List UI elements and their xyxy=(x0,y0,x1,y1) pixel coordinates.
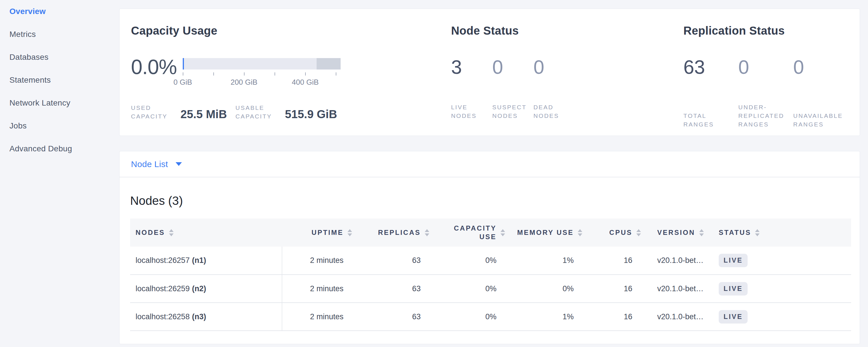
sort-icon[interactable] xyxy=(755,229,760,236)
capacity-usage-section: Capacity Usage 0.0% 0 GiB200 GiB400 GiB … xyxy=(120,9,446,135)
sort-down-icon xyxy=(500,233,505,236)
axis-tick xyxy=(305,72,306,75)
column-header-label: UPTIME xyxy=(311,228,343,237)
sort-up-icon xyxy=(169,229,174,232)
capacity-stat-value: 515.9 GiB xyxy=(285,108,337,120)
stat-value-under-replicated-ranges: 0 xyxy=(739,57,793,77)
node-list-dropdown[interactable]: Node List xyxy=(120,151,860,177)
stat-label-total-ranges: TOTAL RANGES xyxy=(684,112,739,129)
sort-up-icon xyxy=(637,229,641,232)
cell-version: v20.1.0-bet… xyxy=(647,247,710,275)
axis-tick xyxy=(213,72,214,75)
axis-tick xyxy=(275,72,275,75)
cell-version: v20.1.0-bet… xyxy=(647,303,710,331)
capacity-stat: USED CAPACITY25.5 MiB xyxy=(131,103,227,121)
stat-value-total-ranges: 63 xyxy=(684,57,739,77)
status-badge: LIVE xyxy=(719,310,748,323)
cell-cpus: 16 xyxy=(588,275,647,303)
cell-uptime: 2 minutes xyxy=(282,303,358,331)
sort-down-icon xyxy=(347,233,352,236)
stat-value-live-nodes: 3 xyxy=(451,57,492,77)
chevron-down-icon[interactable] xyxy=(176,162,182,166)
sidebar-item-network-latency[interactable]: Network Latency xyxy=(9,98,119,108)
column-header-label: NODES xyxy=(135,228,165,237)
sort-down-icon xyxy=(425,233,429,236)
cluster-summary-card: Capacity Usage 0.0% 0 GiB200 GiB400 GiB … xyxy=(119,8,860,136)
sidebar-item-statements[interactable]: Statements xyxy=(9,75,119,85)
node-address-link[interactable]: localhost:26259 xyxy=(135,284,190,293)
column-header-memory-use[interactable]: MEMORY USE xyxy=(511,219,588,247)
sort-icon[interactable] xyxy=(425,229,429,236)
stat-label-col: LIVE NODES xyxy=(451,103,492,120)
node-address-link[interactable]: localhost:26257 xyxy=(135,256,190,264)
node-id: (n2) xyxy=(192,284,206,293)
sort-up-icon xyxy=(347,229,352,232)
sort-down-icon xyxy=(699,233,704,236)
column-header-replicas[interactable]: REPLICAS xyxy=(358,219,435,247)
column-header-cpus[interactable]: CPUS xyxy=(588,219,647,247)
cell-nodes: localhost:26259(n2) xyxy=(130,275,282,303)
stat-label-live-nodes: LIVE NODES xyxy=(451,103,492,120)
sort-icon[interactable] xyxy=(699,229,704,236)
sidebar-item-advanced-debug[interactable]: Advanced Debug xyxy=(9,144,119,154)
stat-label-col: SUSPECT NODES xyxy=(492,103,533,120)
cell-cpus: 16 xyxy=(588,247,647,275)
column-header-uptime[interactable]: UPTIME xyxy=(282,219,358,247)
column-header-nodes[interactable]: NODES xyxy=(130,219,282,247)
stat-label-col: UNDER-REPLICATED RANGES xyxy=(739,103,793,129)
stat-label-dead-nodes: DEAD NODES xyxy=(533,103,575,120)
column-header-version[interactable]: VERSION xyxy=(647,219,710,247)
capacity-stat: USABLE CAPACITY515.9 GiB xyxy=(236,103,337,121)
sidebar-item-overview[interactable]: Overview xyxy=(9,7,119,16)
cell-uptime: 2 minutes xyxy=(282,275,358,303)
table-row[interactable]: localhost:26259(n2)2 minutes630%0%16v20.… xyxy=(130,275,851,303)
node-id: (n1) xyxy=(192,256,206,264)
axis-tick xyxy=(336,72,336,75)
sort-icon[interactable] xyxy=(578,229,582,236)
cell-replicas: 63 xyxy=(358,247,435,275)
cell-status: LIVE xyxy=(710,247,851,275)
stat-label-unavailable-ranges: UNAVAILABLE RANGES xyxy=(793,112,848,129)
sort-icon[interactable] xyxy=(169,229,174,236)
sort-icon[interactable] xyxy=(347,229,352,236)
column-header-capacity-use[interactable]: CAPACITY USE xyxy=(435,219,511,247)
stat-label-col: UNAVAILABLE RANGES xyxy=(793,112,848,129)
axis-tick-label: 200 GiB xyxy=(230,78,257,87)
axis-tick-label: 400 GiB xyxy=(292,78,319,87)
cell-memory-use: 1% xyxy=(511,247,588,275)
table-row[interactable]: localhost:26258(n3)2 minutes630%1%16v20.… xyxy=(130,303,851,331)
cell-nodes: localhost:26258(n3) xyxy=(130,303,282,331)
cell-memory-use: 1% xyxy=(511,303,588,331)
cell-replicas: 63 xyxy=(358,303,435,331)
sort-down-icon xyxy=(637,233,641,236)
sidebar-item-databases[interactable]: Databases xyxy=(9,52,119,62)
stat-value-unavailable-ranges: 0 xyxy=(793,57,848,77)
sort-up-icon xyxy=(578,229,582,232)
cell-memory-use: 0% xyxy=(511,275,588,303)
cell-capacity-use: 0% xyxy=(435,303,511,331)
replication-status-title: Replication Status xyxy=(684,24,860,37)
sidebar-item-metrics[interactable]: Metrics xyxy=(9,29,119,39)
sort-up-icon xyxy=(699,229,704,232)
sort-up-icon xyxy=(500,229,505,232)
sort-icon[interactable] xyxy=(637,229,641,236)
node-status-title: Node Status xyxy=(451,24,678,37)
capacity-stat-label: USED CAPACITY xyxy=(131,103,173,121)
node-status-section: Node Status 300 LIVE NODESSUSPECT NODESD… xyxy=(446,9,678,135)
table-row[interactable]: localhost:26257(n1)2 minutes630%1%16v20.… xyxy=(130,247,851,275)
stat-label-under-replicated-ranges: UNDER-REPLICATED RANGES xyxy=(739,103,793,129)
node-list-dropdown-label[interactable]: Node List xyxy=(131,159,168,169)
sort-down-icon xyxy=(169,233,174,236)
node-address-link[interactable]: localhost:26258 xyxy=(135,312,190,321)
sidebar-item-jobs[interactable]: Jobs xyxy=(9,121,119,131)
column-header-label: MEMORY USE xyxy=(517,228,574,237)
column-header-status[interactable]: STATUS xyxy=(710,219,851,247)
cell-uptime: 2 minutes xyxy=(282,247,358,275)
sort-icon[interactable] xyxy=(500,229,505,236)
cell-capacity-use: 0% xyxy=(435,247,511,275)
capacity-bar-chart: 0 GiB200 GiB400 GiB xyxy=(183,57,341,88)
capacity-axis-ticks xyxy=(183,72,341,75)
cell-status: LIVE xyxy=(710,303,851,331)
sort-up-icon xyxy=(755,229,760,232)
capacity-bar xyxy=(183,58,341,69)
